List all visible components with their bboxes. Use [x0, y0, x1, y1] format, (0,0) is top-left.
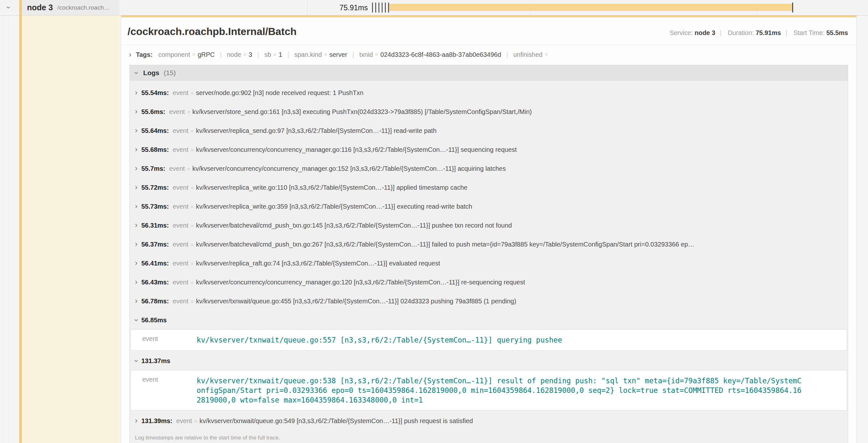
logs-rows: ›55.54ms:event=server/node.go:902 [n3] n…	[130, 80, 848, 430]
log-timestamp: 55.6ms:	[141, 108, 165, 115]
tag-value: server	[329, 51, 347, 59]
log-field-key: event	[176, 417, 192, 424]
tag-key: sb	[265, 51, 271, 59]
span-bar-row[interactable]: › node 3 /cockroach.roach… 75.91ms	[0, 0, 868, 15]
log-timestamp: 55.7ms:	[141, 165, 165, 172]
tag-value: gRPC	[197, 51, 215, 59]
log-field-value: kv/kvserver/txnwait/queue.go:538 [n3,s3,…	[196, 376, 804, 405]
equals-sign: =	[187, 166, 190, 172]
log-entry[interactable]: ›55.73ms:event=kv/kvserver/replica_write…	[130, 197, 848, 216]
chevron-right-icon: ›	[135, 145, 137, 153]
chevron-down-icon: ›	[133, 319, 141, 321]
equals-sign: =	[191, 261, 194, 267]
logs-accordion-toggle[interactable]: › Logs (15)	[130, 65, 848, 80]
logs-footer-note: Log timestamps are relative to the start…	[130, 430, 848, 443]
start-time-value: 55.5ms	[826, 29, 848, 36]
log-field-value: kv/kvserver/replica_write.go:359 [n3,s3,…	[196, 203, 472, 210]
equals-sign: =	[194, 419, 197, 424]
equals-sign: =	[191, 185, 194, 191]
log-field-value: kv/kvserver/txnwait/queue.go:455 [n3,s3,…	[196, 298, 516, 305]
log-timestamp: 55.73ms:	[141, 203, 169, 210]
tag-key: component	[158, 51, 190, 59]
chevron-right-icon: ›	[135, 240, 137, 248]
log-field-key: event	[173, 184, 189, 191]
log-field-value: kv/kvserver/batcheval/cmd_push_txn.go:14…	[196, 222, 512, 229]
span-title: /cockroach.roachpb.Internal/Batch	[127, 26, 297, 38]
log-entry[interactable]: ›56.41ms:event=kv/kvserver/replica_raft.…	[130, 253, 848, 273]
log-entry[interactable]: ›131.39ms:event=kv/kvserver/txnwait/queu…	[130, 411, 848, 430]
span-detail-header: /cockroach.roachpb.Internal/Batch Servic…	[121, 17, 857, 45]
log-timestamp: 56.43ms:	[141, 279, 169, 286]
span-meta: Service: node 3| Duration: 75.91ms| Star…	[670, 29, 848, 37]
tag-separator: |	[352, 50, 354, 59]
tag-key: txnid	[360, 51, 373, 59]
log-timestamp: 55.54ms:	[141, 89, 169, 96]
logs-count: (15)	[164, 69, 176, 76]
span-name-cell[interactable]: node 3 /cockroach.roach…	[19, 0, 120, 15]
span-duration-bar[interactable]	[389, 4, 792, 11]
log-entry[interactable]: ›55.68ms:event=kv/kvserver/concurrency/c…	[130, 140, 848, 159]
log-entry[interactable]: ›55.7ms:event=kv/kvserver/concurrency/co…	[130, 159, 848, 178]
log-timestamp: 55.72ms:	[141, 184, 169, 191]
service-label: Service:	[670, 29, 692, 36]
log-field-key: event	[173, 260, 189, 267]
log-entry[interactable]: ›56.31ms:event=kv/kvserver/batcheval/cmd…	[130, 216, 848, 235]
log-timestamp: 55.64ms:	[141, 127, 169, 134]
equals-sign: =	[191, 223, 194, 229]
log-entry[interactable]: ›55.54ms:event=server/node.go:902 [n3] n…	[130, 83, 848, 102]
log-entry-expanded-toggle[interactable]: ›56.85ms	[130, 310, 848, 328]
log-field-key: event	[169, 108, 185, 115]
log-timestamp: 55.68ms:	[141, 146, 169, 153]
log-field-value: kv/kvserver/store_send.go:161 [n3,s3] ex…	[192, 108, 532, 115]
start-time-label: Start Time:	[794, 29, 825, 36]
chevron-right-icon: ›	[135, 127, 137, 134]
log-field-key: event	[173, 146, 189, 153]
log-timestamp: 131.39ms:	[141, 417, 173, 424]
collapse-children-chevron-icon[interactable]: ›	[5, 6, 12, 9]
log-entry[interactable]: ›56.43ms:event=kv/kvserver/concurrency/c…	[130, 273, 848, 292]
log-field-key: event	[173, 298, 189, 305]
span-tree-guide-line	[9, 15, 9, 443]
equals-sign: =	[273, 52, 276, 58]
log-field-key: event	[131, 376, 196, 405]
log-field-key: event	[169, 165, 185, 172]
chevron-right-icon: ›	[135, 202, 137, 210]
logs-accordion: › Logs (15) ›55.54ms:event=server/node.g…	[129, 65, 848, 443]
log-field-key: event	[173, 127, 189, 134]
equals-sign: =	[324, 52, 327, 58]
tag-key: node	[227, 51, 241, 59]
log-entry[interactable]: ›55.72ms:event=kv/kvserver/replica_write…	[130, 178, 848, 197]
log-entry[interactable]: ›55.64ms:event=kv/kvserver/replica_send.…	[130, 121, 848, 140]
tags-accordion-toggle[interactable]: › Tags: component=gRPC | node=3 | sb=1 |…	[121, 45, 857, 64]
log-entry-detail-card: event kv/kvserver/txnwait/queue.go:557 […	[130, 329, 847, 350]
log-entry[interactable]: ›56.37ms:event=kv/kvserver/batcheval/cmd…	[130, 235, 848, 253]
log-field-key: event	[173, 89, 189, 96]
chevron-right-icon: ›	[129, 51, 131, 59]
span-duration-label: 75.91ms	[324, 3, 368, 12]
log-entry[interactable]: ›56.78ms:event=kv/kvserver/txnwait/queue…	[130, 292, 848, 310]
equals-sign: =	[192, 52, 195, 58]
duration-value: 75.91ms	[755, 29, 781, 36]
log-timestamp: 56.78ms:	[141, 298, 169, 305]
log-entry[interactable]: ›55.6ms:event=kv/kvserver/store_send.go:…	[130, 102, 848, 121]
span-service-name: node 3	[27, 3, 53, 12]
tag-value: 3	[249, 51, 252, 59]
log-field-value: server/node.go:902 [n3] node received re…	[196, 89, 363, 96]
tag-separator: |	[257, 50, 259, 59]
tag-value: 024d3323-6c8f-4863-aa8b-37ab0e63496d	[380, 51, 501, 59]
log-field-key: event	[173, 203, 189, 210]
chevron-down-icon: ›	[133, 72, 141, 74]
equals-sign: =	[191, 280, 194, 285]
tag-key: unfinished	[513, 51, 542, 59]
equals-sign: =	[191, 147, 194, 153]
log-field-value: kv/kvserver/concurrency/concurrency_mana…	[196, 146, 517, 153]
equals-sign: =	[187, 109, 190, 115]
equals-sign: =	[191, 91, 194, 96]
chevron-right-icon: ›	[135, 89, 137, 96]
log-field-key: event	[173, 279, 189, 286]
timeline-column-divider	[307, 0, 307, 15]
log-entry-expanded-toggle[interactable]: ›131.37ms	[130, 351, 848, 369]
meta-separator: |	[785, 29, 787, 36]
service-value: node 3	[694, 29, 715, 36]
log-timestamp: 56.85ms	[141, 316, 167, 323]
